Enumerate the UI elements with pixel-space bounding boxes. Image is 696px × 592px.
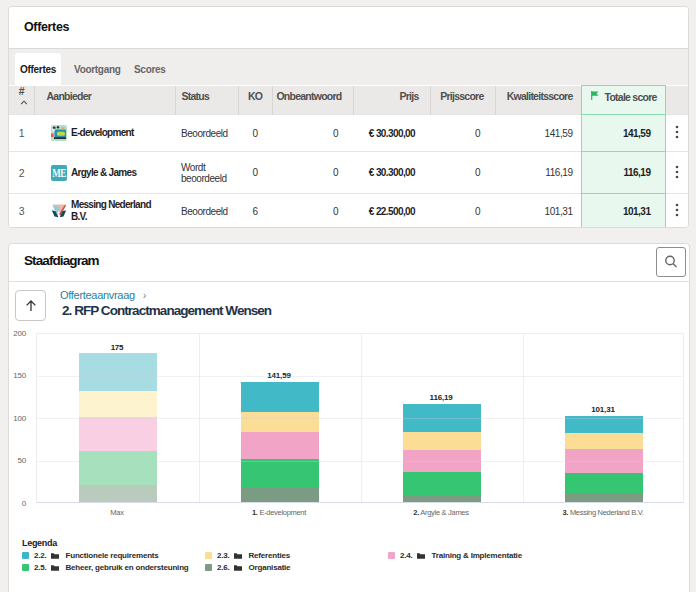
svg-text:ME: ME <box>52 167 66 179</box>
